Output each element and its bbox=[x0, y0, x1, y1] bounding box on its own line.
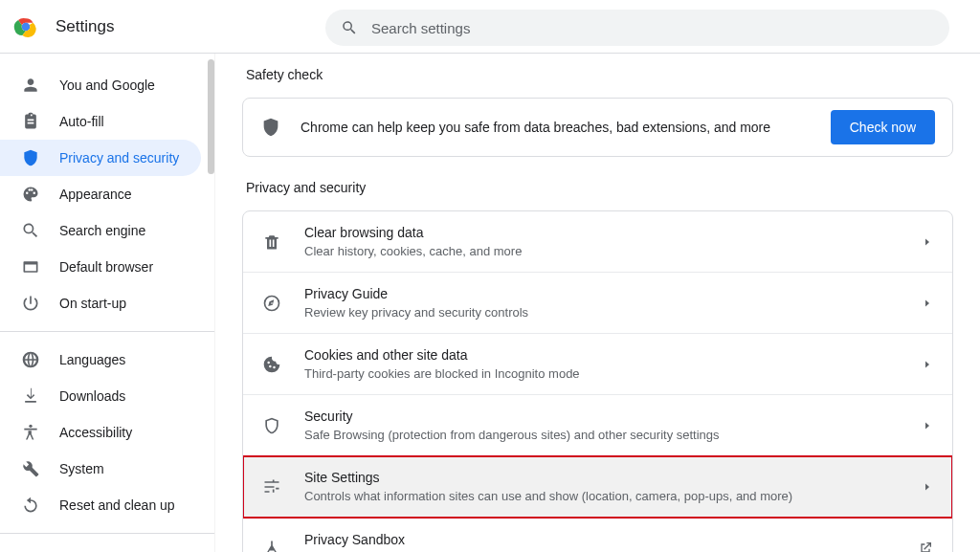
row-title: Site Settings bbox=[304, 468, 922, 487]
privacy-row-cookies-and-other-site-data[interactable]: Cookies and other site dataThird-party c… bbox=[243, 334, 952, 395]
trash-icon bbox=[262, 232, 281, 252]
sidebar-item-system[interactable]: System bbox=[0, 451, 201, 487]
row-title: Cookies and other site data bbox=[304, 345, 922, 364]
app-header: Settings bbox=[0, 0, 980, 54]
sidebar-item-search-engine[interactable]: Search engine bbox=[0, 212, 201, 249]
sidebar-item-label: System bbox=[59, 461, 104, 476]
sidebar-item-label: You and Google bbox=[59, 77, 155, 93]
download-icon bbox=[21, 386, 40, 406]
chevron-right-icon bbox=[922, 236, 933, 248]
sidebar-item-auto-fill[interactable]: Auto-fill bbox=[0, 103, 201, 140]
safety-check-card: Chrome can help keep you safe from data … bbox=[242, 98, 953, 157]
chrome-logo-icon bbox=[13, 14, 38, 39]
page-title: Settings bbox=[56, 17, 114, 36]
sidebar-item-label: Default browser bbox=[59, 259, 153, 275]
sidebar-item-languages[interactable]: Languages bbox=[0, 342, 201, 378]
sidebar-item-accessibility[interactable]: Accessibility bbox=[0, 414, 201, 451]
chevron-right-icon bbox=[922, 298, 933, 309]
sidebar-item-privacy-and-security[interactable]: Privacy and security bbox=[0, 140, 201, 176]
globe-icon bbox=[21, 350, 40, 369]
sidebar-item-label: On start-up bbox=[59, 296, 126, 311]
cookie-icon bbox=[262, 355, 281, 374]
sidebar-item-appearance[interactable]: Appearance bbox=[0, 176, 201, 212]
person-icon bbox=[21, 76, 40, 95]
sidebar-item-label: Appearance bbox=[59, 187, 132, 202]
row-subtitle: Third-party cookies are blocked in Incog… bbox=[304, 365, 922, 383]
sidebar-item-extensions[interactable]: Extensions bbox=[0, 543, 201, 552]
wrench-icon bbox=[21, 459, 40, 478]
shield-icon bbox=[21, 148, 40, 167]
row-title: Privacy Guide bbox=[304, 284, 922, 303]
privacy-row-privacy-sandbox[interactable]: Privacy SandboxTrial features are on bbox=[243, 518, 952, 552]
safety-check-text: Chrome can help keep you safe from data … bbox=[301, 120, 831, 135]
search-input[interactable] bbox=[325, 10, 949, 46]
compass-icon bbox=[262, 294, 281, 313]
sidebar-item-on-start-up[interactable]: On start-up bbox=[0, 285, 201, 321]
tune-icon bbox=[262, 477, 281, 497]
sidebar: You and GoogleAuto-fillPrivacy and secur… bbox=[0, 54, 215, 552]
privacy-row-site-settings[interactable]: Site SettingsControls what information s… bbox=[243, 456, 952, 518]
row-title: Security bbox=[304, 407, 922, 426]
chevron-right-icon bbox=[922, 420, 933, 431]
flask-icon bbox=[262, 539, 281, 552]
sidebar-scrollbar[interactable] bbox=[205, 54, 214, 552]
sidebar-item-label: Auto-fill bbox=[59, 114, 104, 129]
privacy-list: Clear browsing dataClear history, cookie… bbox=[242, 210, 953, 552]
privacy-row-security[interactable]: SecuritySafe Browsing (protection from d… bbox=[243, 395, 952, 456]
row-title: Clear browsing data bbox=[304, 223, 922, 242]
palette-icon bbox=[21, 185, 40, 204]
sidebar-item-default-browser[interactable]: Default browser bbox=[0, 249, 201, 285]
sidebar-item-label: Accessibility bbox=[59, 425, 132, 440]
check-now-button[interactable]: Check now bbox=[831, 110, 935, 144]
row-subtitle: Review key privacy and security controls bbox=[304, 304, 922, 321]
chevron-right-icon bbox=[922, 359, 933, 370]
power-icon bbox=[21, 294, 40, 313]
privacy-row-clear-browsing-data[interactable]: Clear browsing dataClear history, cookie… bbox=[243, 211, 952, 273]
accessibility-icon bbox=[21, 423, 40, 442]
search-icon bbox=[341, 19, 358, 36]
sidebar-item-reset-and-clean-up[interactable]: Reset and clean up bbox=[0, 487, 201, 523]
safety-check-title: Safety check bbox=[246, 67, 953, 82]
sidebar-item-label: Downloads bbox=[59, 388, 125, 404]
browser-icon bbox=[21, 257, 40, 276]
sidebar-item-label: Privacy and security bbox=[59, 150, 179, 166]
privacy-row-privacy-guide[interactable]: Privacy GuideReview key privacy and secu… bbox=[243, 273, 952, 334]
row-subtitle: Controls what information sites can use … bbox=[304, 488, 922, 505]
sidebar-item-label: Search engine bbox=[59, 223, 145, 238]
reset-icon bbox=[21, 496, 40, 515]
sidebar-item-label: Reset and clean up bbox=[59, 497, 175, 513]
search-icon bbox=[21, 221, 40, 240]
row-title: Privacy Sandbox bbox=[304, 530, 918, 549]
chevron-right-icon bbox=[922, 481, 933, 493]
sidebar-item-label: Languages bbox=[59, 352, 125, 367]
clipboard-icon bbox=[21, 112, 40, 131]
row-subtitle: Safe Browsing (protection from dangerous… bbox=[304, 427, 922, 444]
content-area: Safety check Chrome can help keep you sa… bbox=[215, 54, 980, 552]
shield-icon bbox=[260, 117, 281, 138]
open-in-new-icon bbox=[918, 541, 933, 552]
sidebar-item-downloads[interactable]: Downloads bbox=[0, 378, 201, 414]
shield-outline-icon bbox=[262, 416, 281, 435]
sidebar-item-you-and-google[interactable]: You and Google bbox=[0, 67, 201, 103]
privacy-section-title: Privacy and security bbox=[246, 180, 953, 195]
row-subtitle: Clear history, cookies, cache, and more bbox=[304, 243, 922, 260]
